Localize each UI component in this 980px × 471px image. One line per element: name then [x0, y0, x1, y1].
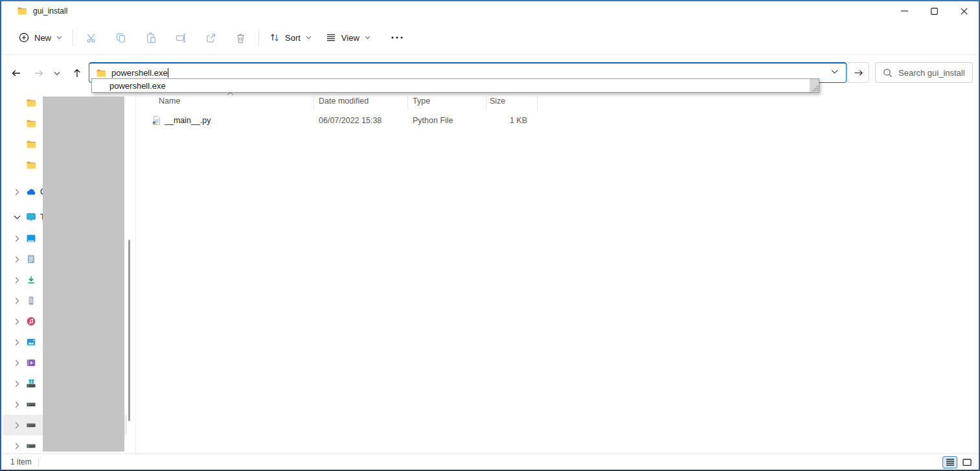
chevron-right-icon[interactable]: [12, 358, 22, 368]
cut-button[interactable]: [76, 26, 106, 49]
arrow-left-icon: [11, 68, 21, 78]
chevron-down-icon: [306, 36, 312, 40]
folder-icon: [17, 6, 27, 16]
address-dropdown-button[interactable]: [831, 69, 838, 74]
more-options-button[interactable]: [384, 26, 410, 49]
cut-icon: [86, 32, 97, 43]
share-button[interactable]: [196, 26, 225, 49]
column-separator[interactable]: [537, 96, 538, 110]
file-date-modified: 06/07/2022 15:38: [319, 116, 382, 125]
chevron-down-icon: [54, 71, 60, 76]
folder-icon: [96, 68, 106, 78]
maximize-button[interactable]: [919, 1, 949, 21]
status-bar: 1 item: [1, 454, 979, 470]
chevron-right-icon[interactable]: [12, 254, 22, 264]
rename-icon: [176, 32, 187, 43]
column-header-name[interactable]: Name: [159, 97, 180, 106]
close-button[interactable]: [949, 1, 979, 21]
status-bar-separator: [38, 457, 39, 466]
file-row[interactable]: __main__.py 06/07/2022 15:38 Python File…: [137, 112, 538, 130]
chevron-right-icon[interactable]: [12, 399, 22, 409]
chevron-right-icon[interactable]: [12, 295, 22, 306]
documents-icon: [26, 254, 36, 264]
command-toolbar: New Sort: [1, 21, 979, 55]
chevron-down-icon[interactable]: [12, 212, 22, 222]
file-type: Python File: [413, 116, 453, 125]
column-header-date-modified[interactable]: Date modified: [319, 97, 369, 106]
view-toggles: [942, 456, 974, 468]
copy-icon: [116, 32, 127, 43]
chevron-down-icon: [56, 36, 62, 40]
chevron-right-icon[interactable]: [12, 420, 22, 430]
view-button-label: View: [341, 33, 359, 43]
column-separator[interactable]: [486, 96, 486, 110]
file-name[interactable]: __main__.py: [165, 116, 211, 125]
window-title: gui_install: [33, 6, 67, 16]
back-button[interactable]: [6, 63, 26, 83]
autocomplete-dropdown: powershell.exe: [91, 78, 819, 93]
go-to-button[interactable]: [847, 62, 869, 83]
onedrive-cloud-icon: [26, 187, 36, 197]
chevron-right-icon[interactable]: [12, 378, 22, 389]
folder-icon: [26, 160, 36, 170]
sidebar-scrollbar[interactable]: [128, 240, 130, 421]
drive-icon: [26, 441, 36, 451]
sidebar-splitter[interactable]: [135, 91, 136, 454]
sort-button-label: Sort: [285, 33, 301, 43]
dropdown-resize-grip[interactable]: [810, 79, 819, 92]
view-lines-icon: [326, 32, 336, 43]
sidebar-labels-redaction: [43, 97, 124, 452]
arrow-up-icon: [72, 68, 82, 78]
column-separator[interactable]: [407, 96, 408, 110]
paste-button[interactable]: [136, 26, 166, 49]
address-input-value[interactable]: powershell.exe: [111, 68, 168, 78]
music-icon: [26, 316, 36, 327]
large-icons-view-toggle[interactable]: [959, 456, 974, 468]
column-separator[interactable]: [313, 96, 314, 110]
chevron-right-icon[interactable]: [12, 275, 22, 285]
new-button-label: New: [34, 33, 51, 43]
title-bar: gui_install: [1, 1, 979, 21]
minimize-button[interactable]: [889, 1, 919, 21]
arrow-right-icon: [34, 68, 44, 78]
rename-button[interactable]: [166, 26, 196, 49]
new-button[interactable]: New: [12, 27, 69, 48]
resize-grip-icon: [812, 85, 819, 92]
copy-button[interactable]: [106, 26, 136, 49]
delete-button[interactable]: [225, 26, 255, 49]
view-button[interactable]: View: [319, 27, 378, 48]
forward-button[interactable]: [29, 63, 49, 83]
chevron-right-icon[interactable]: [12, 441, 22, 451]
chevron-right-icon[interactable]: [12, 316, 22, 327]
large-icons-view-icon: [963, 458, 972, 466]
autocomplete-suggestion[interactable]: powershell.exe: [92, 79, 810, 92]
python-file-icon: [152, 115, 162, 126]
sort-button[interactable]: Sort: [262, 27, 319, 48]
column-header-size[interactable]: Size: [490, 97, 505, 106]
chevron-right-icon[interactable]: [12, 337, 22, 347]
folder-icon: [26, 98, 36, 108]
desktop-icon: [26, 233, 36, 244]
sort-arrows-icon: [269, 32, 280, 43]
file-size: 1 KB: [486, 116, 527, 125]
ellipsis-icon: [391, 36, 403, 39]
plus-circle-icon: [19, 32, 29, 43]
search-placeholder: Search gui_install: [898, 68, 965, 78]
folder-icon: [26, 119, 36, 129]
text-cursor: [168, 68, 168, 78]
details-view-toggle[interactable]: [942, 456, 957, 468]
toolbar-separator: [258, 29, 259, 46]
chevron-right-icon[interactable]: [12, 233, 22, 244]
share-icon: [205, 32, 216, 43]
folder-icon: [26, 139, 36, 150]
paste-icon: [146, 32, 157, 43]
recent-locations-button[interactable]: [49, 63, 65, 83]
up-button[interactable]: [67, 63, 87, 83]
window-controls: [889, 1, 979, 21]
column-header-type[interactable]: Type: [413, 97, 430, 106]
windows-drive-icon: [26, 378, 36, 389]
chevron-right-icon[interactable]: [12, 187, 22, 197]
search-input[interactable]: Search gui_install: [875, 62, 973, 83]
items-count: 1 item: [10, 457, 32, 466]
delete-icon: [235, 32, 246, 43]
